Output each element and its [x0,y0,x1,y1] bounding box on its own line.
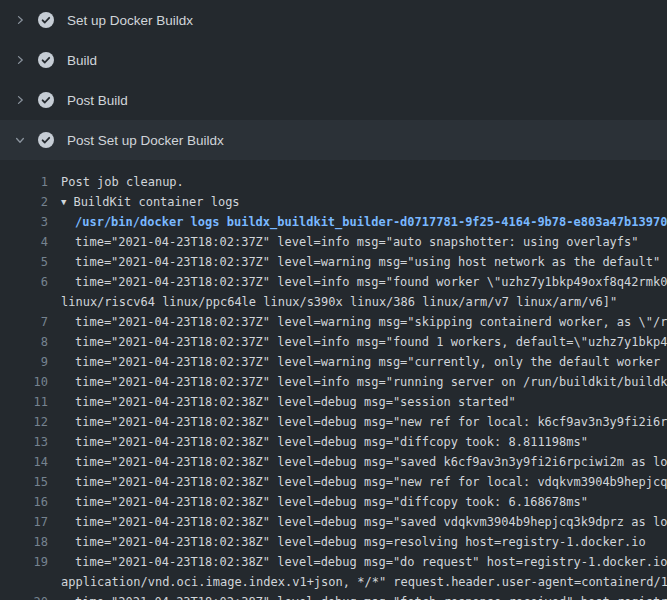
log-line-number[interactable] [0,572,48,592]
log-line-text: time="2021-04-23T18:02:38Z" level=debug … [48,472,667,492]
log-line: 9 time="2021-04-23T18:02:37Z" level=warn… [0,352,667,372]
log-line: 7 time="2021-04-23T18:02:37Z" level=warn… [0,312,667,332]
log-line-text: time="2021-04-23T18:02:37Z" level=info m… [48,272,667,292]
log-line-text: linux/riscv64 linux/ppc64le linux/s390x … [48,292,617,312]
log-line-text: time="2021-04-23T18:02:38Z" level=debug … [48,532,646,552]
log-line-text: time="2021-04-23T18:02:37Z" level=info m… [48,232,639,252]
log-line-number[interactable]: 12 [0,412,48,432]
log-line: 3 /usr/bin/docker logs buildx_buildkit_b… [0,212,667,232]
step-header[interactable]: Set up Docker Buildx [0,0,667,40]
log-line-number[interactable]: 8 [0,332,48,352]
log-line: 2 ▼BuildKit container logs [0,192,667,212]
log-line-number[interactable]: 17 [0,512,48,532]
log-line: 13 time="2021-04-23T18:02:38Z" level=deb… [0,432,667,452]
log-line-number[interactable]: 10 [0,372,48,392]
log-line-number[interactable]: 15 [0,472,48,492]
log-line-number[interactable]: 18 [0,532,48,552]
log-line-number[interactable]: 20 [0,592,48,600]
log-line: 14 time="2021-04-23T18:02:38Z" level=deb… [0,452,667,472]
log-line-number[interactable]: 2 [0,192,48,212]
log-line-number[interactable]: 4 [0,232,48,252]
log-line-number[interactable] [0,292,48,312]
log-line-text: time="2021-04-23T18:02:37Z" level=warnin… [48,312,667,332]
log-line-text: time="2021-04-23T18:02:37Z" level=info m… [48,372,667,392]
log-line: 8 time="2021-04-23T18:02:37Z" level=info… [0,332,667,352]
log-line: 20 time="2021-04-23T18:02:38Z" level=deb… [0,592,667,600]
chevron-right-icon[interactable] [14,54,28,66]
log-line-text: time="2021-04-23T18:02:38Z" level=debug … [48,592,667,600]
log-line-text: /usr/bin/docker logs buildx_buildkit_bui… [48,212,667,232]
chevron-down-icon[interactable] [14,134,28,146]
log-line-text: time="2021-04-23T18:02:37Z" level=info m… [48,332,667,352]
log-line-number[interactable]: 11 [0,392,48,412]
log-line-text: time="2021-04-23T18:02:37Z" level=warnin… [48,252,660,272]
log-line-text: time="2021-04-23T18:02:38Z" level=debug … [48,432,588,452]
log-line-text: application/vnd.oci.image.index.v1+json,… [48,572,667,592]
check-circle-icon [38,12,54,28]
log-line-number[interactable]: 3 [0,212,48,232]
step-label: Post Set up Docker Buildx [67,133,224,148]
log-line: 6 time="2021-04-23T18:02:37Z" level=info… [0,272,667,292]
log-line: 16 time="2021-04-23T18:02:38Z" level=deb… [0,492,667,512]
log-line: 15 time="2021-04-23T18:02:38Z" level=deb… [0,472,667,492]
log-line-text: ▼BuildKit container logs [48,192,240,212]
log-line-number[interactable]: 13 [0,432,48,452]
log-line-number[interactable]: 16 [0,492,48,512]
log-line-text: time="2021-04-23T18:02:38Z" level=debug … [48,512,667,532]
log-line: 11 time="2021-04-23T18:02:38Z" level=deb… [0,392,667,412]
log-line-text: time="2021-04-23T18:02:38Z" level=debug … [48,452,667,472]
log-line: 10 time="2021-04-23T18:02:37Z" level=inf… [0,372,667,392]
log-line: application/vnd.oci.image.index.v1+json,… [0,572,667,592]
check-circle-icon [38,132,54,148]
check-circle-icon [38,92,54,108]
chevron-right-icon[interactable] [14,14,28,26]
log-line-number[interactable]: 14 [0,452,48,472]
step-label: Set up Docker Buildx [67,13,193,28]
log-line: linux/riscv64 linux/ppc64le linux/s390x … [0,292,667,312]
log-line: 1 Post job cleanup. [0,172,667,192]
log-line-number[interactable]: 6 [0,272,48,292]
log-line: 17 time="2021-04-23T18:02:38Z" level=deb… [0,512,667,532]
log-area: 1 Post job cleanup. 2 ▼BuildKit containe… [0,160,667,600]
log-line-text: Post job cleanup. [48,172,184,192]
log-line-number[interactable]: 7 [0,312,48,332]
step-header[interactable]: Build [0,40,667,80]
log-line-text: time="2021-04-23T18:02:38Z" level=debug … [48,392,516,412]
log-line-number[interactable]: 9 [0,352,48,372]
step-header[interactable]: Post Build [0,80,667,120]
actions-log-viewer: Set up Docker Buildx Build Post Build Po… [0,0,667,600]
log-line: 12 time="2021-04-23T18:02:38Z" level=deb… [0,412,667,432]
steps-list: Set up Docker Buildx Build Post Build Po… [0,0,667,160]
chevron-right-icon[interactable] [14,94,28,106]
log-line: 4 time="2021-04-23T18:02:37Z" level=info… [0,232,667,252]
step-header[interactable]: Post Set up Docker Buildx [0,120,667,160]
log-line: 5 time="2021-04-23T18:02:37Z" level=warn… [0,252,667,272]
check-circle-icon [38,52,54,68]
log-line: 19 time="2021-04-23T18:02:38Z" level=deb… [0,552,667,572]
log-line-number[interactable]: 19 [0,552,48,572]
log-line-text: time="2021-04-23T18:02:38Z" level=debug … [48,552,667,572]
log-line-number[interactable]: 5 [0,252,48,272]
log-line-text: time="2021-04-23T18:02:38Z" level=debug … [48,412,667,432]
group-toggle-icon[interactable]: ▼ [61,197,66,207]
log-line-text: time="2021-04-23T18:02:38Z" level=debug … [48,492,588,512]
step-label: Build [67,53,97,68]
step-label: Post Build [67,93,128,108]
log-line-number[interactable]: 1 [0,172,48,192]
log-line-text: time="2021-04-23T18:02:37Z" level=warnin… [48,352,667,372]
log-line: 18 time="2021-04-23T18:02:38Z" level=deb… [0,532,667,552]
